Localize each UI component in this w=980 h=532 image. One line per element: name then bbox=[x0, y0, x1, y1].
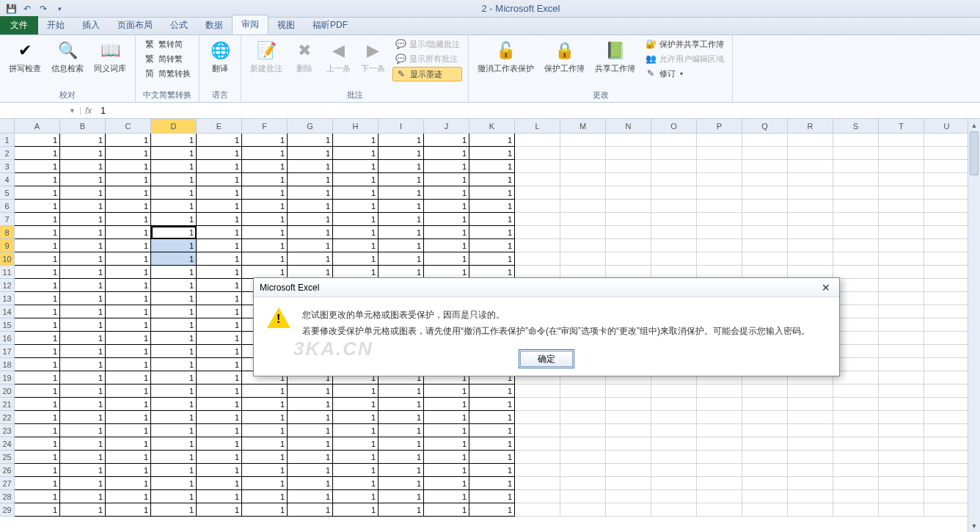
row-header[interactable]: 2 bbox=[0, 147, 15, 160]
cell[interactable]: 1 bbox=[242, 226, 288, 239]
cell[interactable] bbox=[742, 424, 788, 437]
cell[interactable] bbox=[651, 477, 697, 490]
cell[interactable]: 1 bbox=[60, 464, 106, 477]
cell[interactable] bbox=[560, 411, 606, 424]
cell[interactable]: 1 bbox=[379, 490, 424, 503]
cell[interactable]: 1 bbox=[15, 437, 60, 451]
cell[interactable]: 1 bbox=[15, 279, 60, 292]
cell[interactable] bbox=[833, 292, 879, 305]
cell[interactable]: 1 bbox=[288, 134, 333, 147]
row-header[interactable]: 26 bbox=[0, 464, 15, 477]
show-ink-button[interactable]: ✎显示墨迹 bbox=[392, 67, 462, 81]
cell[interactable] bbox=[924, 252, 970, 266]
cell[interactable]: 1 bbox=[151, 398, 197, 411]
cell[interactable]: 1 bbox=[288, 239, 333, 252]
formula-input[interactable]: 1 bbox=[96, 106, 980, 116]
cell[interactable] bbox=[560, 424, 606, 437]
cell[interactable] bbox=[924, 239, 970, 252]
cell[interactable]: 1 bbox=[60, 226, 106, 239]
cell[interactable] bbox=[924, 292, 970, 305]
cell[interactable] bbox=[606, 477, 651, 490]
cell[interactable]: 1 bbox=[469, 464, 515, 477]
cell[interactable]: 1 bbox=[242, 186, 288, 200]
cell[interactable]: 1 bbox=[151, 186, 197, 200]
cell[interactable] bbox=[697, 503, 742, 517]
cell[interactable] bbox=[515, 186, 560, 200]
cell[interactable]: 1 bbox=[106, 371, 151, 385]
fx-icon[interactable]: fx bbox=[85, 106, 92, 116]
cell[interactable] bbox=[833, 134, 879, 147]
cell[interactable]: 1 bbox=[60, 292, 106, 305]
cell[interactable]: 1 bbox=[15, 305, 60, 318]
cell[interactable] bbox=[924, 477, 970, 490]
cell[interactable] bbox=[697, 398, 742, 411]
cell[interactable]: 1 bbox=[424, 200, 469, 213]
redo-icon[interactable]: ↷ bbox=[37, 2, 50, 15]
cell[interactable] bbox=[560, 239, 606, 252]
save-icon[interactable]: 💾 bbox=[4, 2, 18, 15]
cell[interactable] bbox=[924, 213, 970, 226]
row-header[interactable]: 29 bbox=[0, 503, 15, 517]
cell[interactable] bbox=[833, 173, 879, 186]
cell[interactable] bbox=[606, 490, 651, 503]
cell[interactable] bbox=[788, 186, 833, 200]
cell[interactable]: 1 bbox=[424, 186, 469, 200]
row-header[interactable]: 13 bbox=[0, 292, 15, 305]
cell[interactable] bbox=[788, 464, 833, 477]
cell[interactable]: 1 bbox=[151, 464, 197, 477]
cell[interactable] bbox=[788, 160, 833, 173]
cell[interactable]: 1 bbox=[333, 385, 379, 398]
cell[interactable] bbox=[697, 451, 742, 464]
cell[interactable] bbox=[788, 200, 833, 213]
cell[interactable]: 1 bbox=[424, 398, 469, 411]
cell[interactable] bbox=[515, 437, 560, 451]
cell[interactable]: 1 bbox=[333, 477, 379, 490]
col-header-J[interactable]: J bbox=[424, 119, 469, 134]
cell[interactable] bbox=[515, 239, 560, 252]
new-comment-button[interactable]: 📝 新建批注 bbox=[247, 37, 285, 74]
row-header[interactable]: 8 bbox=[0, 226, 15, 239]
cell[interactable] bbox=[879, 464, 924, 477]
cell[interactable]: 1 bbox=[424, 160, 469, 173]
cell[interactable] bbox=[651, 239, 697, 252]
cell[interactable]: 1 bbox=[151, 345, 197, 358]
cell[interactable]: 1 bbox=[424, 503, 469, 517]
cell[interactable] bbox=[833, 186, 879, 200]
cell[interactable]: 1 bbox=[15, 477, 60, 490]
cell[interactable] bbox=[742, 437, 788, 451]
cell[interactable]: 1 bbox=[106, 464, 151, 477]
dialog-titlebar[interactable]: Microsoft Excel ✕ bbox=[254, 278, 839, 297]
cell[interactable]: 1 bbox=[106, 147, 151, 160]
cell[interactable] bbox=[924, 200, 970, 213]
spelling-button[interactable]: ✔ 拼写检查 bbox=[6, 37, 44, 74]
cell[interactable]: 1 bbox=[242, 464, 288, 477]
col-header-C[interactable]: C bbox=[106, 119, 151, 134]
col-header-Q[interactable]: Q bbox=[742, 119, 788, 134]
cell[interactable] bbox=[697, 160, 742, 173]
cell[interactable]: 1 bbox=[60, 371, 106, 385]
cell[interactable] bbox=[788, 385, 833, 398]
cell[interactable]: 1 bbox=[288, 424, 333, 437]
cell[interactable]: 1 bbox=[60, 385, 106, 398]
cell[interactable] bbox=[697, 490, 742, 503]
cell[interactable]: 1 bbox=[60, 451, 106, 464]
cell[interactable]: 1 bbox=[242, 411, 288, 424]
cell[interactable]: 1 bbox=[379, 134, 424, 147]
cell[interactable] bbox=[515, 490, 560, 503]
cell[interactable]: 1 bbox=[288, 411, 333, 424]
cell[interactable] bbox=[515, 398, 560, 411]
col-header-M[interactable]: M bbox=[560, 119, 606, 134]
cell[interactable]: 1 bbox=[15, 503, 60, 517]
cell[interactable]: 1 bbox=[288, 200, 333, 213]
cell[interactable]: 1 bbox=[197, 332, 242, 345]
row-header[interactable]: 21 bbox=[0, 398, 15, 411]
cell[interactable]: 1 bbox=[15, 292, 60, 305]
cell[interactable] bbox=[788, 134, 833, 147]
cell[interactable]: 1 bbox=[333, 186, 379, 200]
cell[interactable]: 1 bbox=[15, 186, 60, 200]
cell[interactable] bbox=[788, 252, 833, 266]
name-box[interactable]: ▼ bbox=[0, 107, 81, 114]
cell[interactable]: 1 bbox=[151, 292, 197, 305]
cell[interactable]: 1 bbox=[242, 424, 288, 437]
cell[interactable]: 1 bbox=[60, 213, 106, 226]
